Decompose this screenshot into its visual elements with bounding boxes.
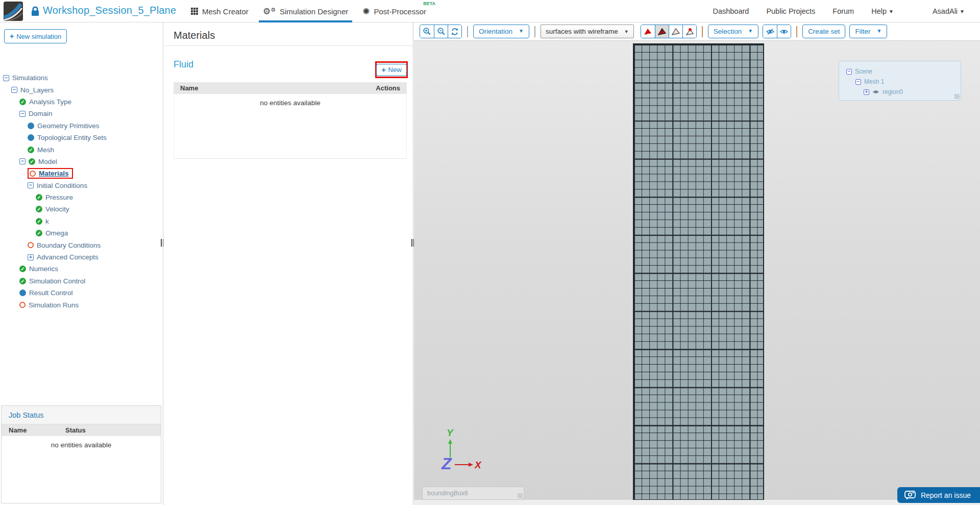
simulation-tree-panel: + New simulation −Simulations−No_Layers✓… bbox=[0, 22, 163, 505]
bounding-box-input[interactable]: boundingBox6 bbox=[422, 487, 524, 500]
scene-tree-item-scene[interactable]: − Scene bbox=[846, 66, 961, 77]
status-complete-icon: ✓ bbox=[19, 278, 26, 284]
status-complete-icon: ✓ bbox=[29, 158, 35, 165]
collapse-icon[interactable]: − bbox=[19, 158, 26, 164]
collapse-icon[interactable]: − bbox=[19, 111, 26, 117]
tree-item-omega[interactable]: ✓Omega bbox=[0, 227, 162, 239]
nav-dashboard[interactable]: Dashboard bbox=[713, 7, 749, 15]
job-status-table-header: Name Status bbox=[2, 424, 161, 436]
vertex-triangle-icon bbox=[685, 28, 694, 36]
tree-item-k[interactable]: ✓k bbox=[0, 215, 162, 227]
eye-icon[interactable] bbox=[872, 89, 879, 94]
scene-tree-item-region[interactable]: + region0 bbox=[846, 87, 961, 97]
zoom-in-button[interactable] bbox=[420, 25, 434, 38]
zoom-out-button[interactable] bbox=[434, 25, 448, 38]
tree-item-simulation-control[interactable]: ✓Simulation Control bbox=[0, 275, 162, 287]
tree-item-label: Topological Entity Sets bbox=[37, 134, 107, 141]
tree-item-pressure[interactable]: ✓Pressure bbox=[0, 191, 162, 203]
nav-forum[interactable]: Forum bbox=[832, 7, 854, 15]
report-issue-button[interactable]: Report an issue bbox=[897, 487, 980, 503]
filter-dropdown[interactable]: Filter▼ bbox=[849, 25, 887, 38]
status-complete-icon: ✓ bbox=[36, 230, 42, 236]
expand-icon[interactable]: + bbox=[28, 254, 34, 260]
panel-resize-handle[interactable] bbox=[411, 239, 414, 247]
expand-icon[interactable]: + bbox=[864, 89, 869, 95]
project-title: Workshop_Session_5_Plane bbox=[43, 5, 176, 16]
axis-z-label: Z bbox=[441, 454, 452, 473]
top-nav: Dashboard Public Projects Forum Help▼ As… bbox=[713, 0, 965, 22]
status-incomplete-icon bbox=[28, 242, 34, 248]
hide-selected-button[interactable] bbox=[763, 25, 777, 38]
mesh-region[interactable] bbox=[633, 43, 764, 500]
tree-item-label: Geometry Primitives bbox=[37, 122, 100, 130]
wireframe-mode-button[interactable] bbox=[669, 25, 682, 38]
status-complete-icon: ✓ bbox=[28, 147, 34, 153]
tree-item-mesh[interactable]: ✓Mesh bbox=[0, 143, 162, 155]
tree-item-label: Simulation Control bbox=[29, 277, 85, 285]
tree-item-initial-conditions[interactable]: −Initial Conditions bbox=[0, 180, 162, 191]
collapse-icon[interactable]: − bbox=[3, 75, 9, 81]
grid-icon bbox=[191, 8, 198, 15]
collapse-icon[interactable]: − bbox=[11, 87, 17, 93]
show-selected-button[interactable] bbox=[777, 25, 791, 38]
simscale-logo-icon[interactable] bbox=[4, 2, 23, 21]
resize-handle[interactable] bbox=[954, 94, 960, 99]
tree-item-label: Omega bbox=[45, 229, 68, 237]
zoom-out-icon bbox=[437, 27, 446, 36]
tree-item-label: Analysis Type bbox=[29, 98, 71, 106]
panel-resize-handle[interactable] bbox=[161, 239, 164, 247]
tree-item-topological-entity-sets[interactable]: Topological Entity Sets bbox=[0, 132, 162, 143]
tree-item-analysis-type[interactable]: ✓Analysis Type bbox=[0, 96, 162, 108]
selection-dropdown[interactable]: Selection▼ bbox=[708, 25, 758, 38]
solid-wireframe-triangle-icon bbox=[657, 28, 667, 36]
points-mode-button[interactable] bbox=[682, 25, 696, 38]
tab-post-processor[interactable]: ✺ Post-Processor BETA bbox=[355, 0, 433, 22]
nav-user-menu[interactable]: AsadAli▼ bbox=[933, 7, 965, 15]
surface-mode-button[interactable] bbox=[641, 25, 655, 38]
status-complete-icon: ✓ bbox=[36, 194, 42, 201]
tree-item-domain[interactable]: −Domain bbox=[0, 108, 162, 119]
select-arrow-icon: ▼ bbox=[624, 29, 629, 34]
materials-empty-text: no entities available bbox=[174, 94, 406, 107]
tab-mesh-creator[interactable]: Mesh Creator bbox=[184, 0, 256, 22]
tree-item-simulation-runs[interactable]: Simulation Runs bbox=[0, 299, 162, 310]
materials-table-header: Name Actions bbox=[174, 82, 407, 94]
tree-item-no-layers[interactable]: −No_Layers bbox=[0, 84, 162, 95]
scene-tree-item-mesh[interactable]: − Mesh 1 bbox=[846, 77, 961, 87]
new-material-button[interactable]: + New bbox=[376, 64, 406, 76]
tree-item-materials[interactable]: Materials bbox=[0, 167, 162, 179]
tree-item-boundary-conditions[interactable]: Boundary Conditions bbox=[0, 239, 162, 251]
chevron-down-icon: ▼ bbox=[876, 28, 881, 34]
tree-item-simulations[interactable]: −Simulations bbox=[0, 72, 162, 84]
tab-simulation-designer[interactable]: ⚙⚙ Simulation Designer bbox=[256, 0, 355, 22]
materials-table: Name Actions no entities available bbox=[174, 82, 407, 159]
tab-label: Simulation Designer bbox=[280, 7, 348, 16]
materials-table-body: no entities available bbox=[174, 94, 407, 158]
surface-wireframe-mode-button[interactable] bbox=[655, 25, 669, 38]
tree-item-advanced-concepts[interactable]: +Advanced Concepts bbox=[0, 251, 162, 263]
create-set-button[interactable]: Create set bbox=[802, 25, 845, 38]
nav-help-menu[interactable]: Help▼ bbox=[871, 7, 894, 15]
reset-view-button[interactable] bbox=[448, 25, 461, 38]
resize-handle[interactable] bbox=[518, 493, 523, 498]
render-mode-select[interactable]: surfaces with wireframe▼ bbox=[541, 25, 634, 38]
tree-item-geometry-primitives[interactable]: Geometry Primitives bbox=[0, 120, 162, 132]
status-complete-icon: ✓ bbox=[19, 99, 26, 105]
chevron-down-icon: ▼ bbox=[519, 28, 524, 34]
render-canvas[interactable]: − Scene − Mesh 1 + region0 bbox=[414, 40, 980, 500]
tree-item-numerics[interactable]: ✓Numerics bbox=[0, 263, 162, 275]
status-info-icon bbox=[28, 123, 34, 129]
new-simulation-button[interactable]: + New simulation bbox=[4, 29, 67, 43]
tree-item-model[interactable]: −✓Model bbox=[0, 156, 162, 167]
tree-item-label: Simulation Runs bbox=[29, 301, 79, 309]
collapse-icon[interactable]: − bbox=[28, 182, 34, 188]
visibility-tool-group bbox=[763, 25, 791, 38]
nav-public-projects[interactable]: Public Projects bbox=[766, 7, 815, 15]
status-incomplete-icon bbox=[30, 171, 36, 177]
collapse-icon[interactable]: − bbox=[846, 69, 852, 75]
collapse-icon[interactable]: − bbox=[855, 79, 861, 85]
tree-item-velocity[interactable]: ✓Velocity bbox=[0, 203, 162, 215]
orientation-dropdown[interactable]: Orientation▼ bbox=[473, 25, 529, 38]
eye-icon bbox=[779, 28, 789, 35]
tree-item-result-control[interactable]: Result Control bbox=[0, 287, 162, 299]
